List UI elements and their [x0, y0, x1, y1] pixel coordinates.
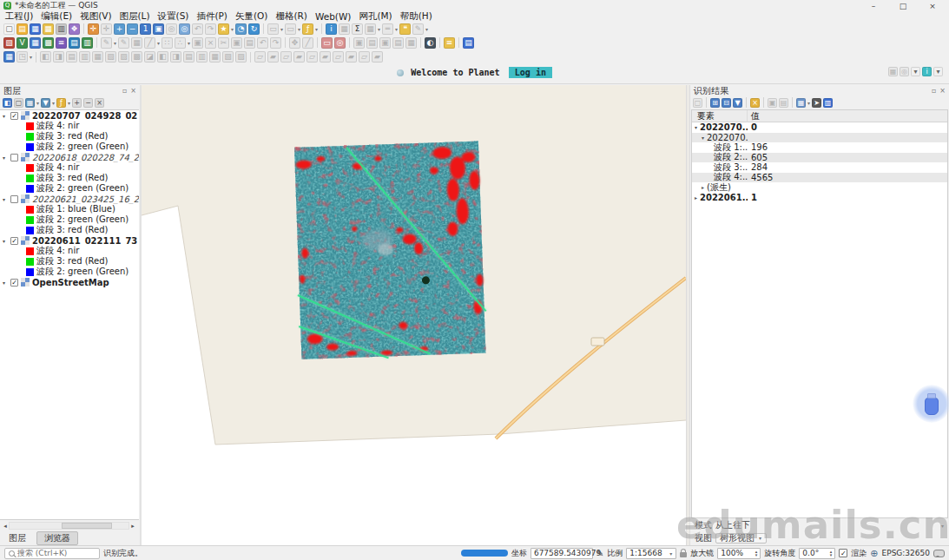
dropdown-arrow-icon[interactable]: ▾	[425, 26, 428, 32]
band-item[interactable]: 波段 3: red (Red)	[0, 225, 139, 235]
rotation-spinner[interactable]: 0.0° ▴▾	[799, 548, 835, 559]
menu-item-5[interactable]: 插件(P)	[196, 10, 227, 23]
collapse-all-icon[interactable]: −	[83, 98, 93, 108]
open-project-icon[interactable]: ▤	[16, 23, 28, 35]
layer-item[interactable]: ▾✓OpenStreetMap	[0, 277, 139, 287]
chevron-down-icon[interactable]: ▾	[933, 67, 943, 76]
layer-checkbox[interactable]	[10, 195, 18, 203]
view-combobox[interactable]: 树形视图 ▾	[715, 533, 767, 544]
dropdown-arrow-icon[interactable]: ▾	[52, 100, 55, 106]
spinner-arrows-icon[interactable]: ▴▾	[755, 550, 758, 557]
minimize-button[interactable]: –	[860, 2, 886, 10]
zoom-full-icon[interactable]: ▣	[153, 23, 164, 35]
dropdown-arrow-icon[interactable]: ▾	[280, 26, 283, 32]
zoom-out-icon[interactable]: −	[127, 23, 138, 35]
style-manager-icon[interactable]: ❖	[69, 23, 80, 35]
menu-item-9[interactable]: 网孔(M)	[359, 10, 392, 23]
chevron-down-icon[interactable]: ▾	[941, 523, 944, 529]
results-view-icon[interactable]: ▥	[823, 98, 833, 108]
identify-row[interactable]: ▾2022070...0	[692, 122, 947, 133]
dropdown-arrow-icon[interactable]: ▾	[114, 40, 116, 46]
search-input[interactable]	[17, 549, 96, 557]
close-panel-icon[interactable]: ×	[130, 87, 136, 95]
login-button[interactable]: Log in	[509, 67, 552, 78]
layer-checkbox[interactable]: ✓	[10, 112, 18, 120]
add-postgis-layer-icon[interactable]: ▤	[69, 37, 80, 49]
layout-manager-icon[interactable]: ▥	[56, 23, 67, 35]
float-panel-icon[interactable]: ▫	[122, 87, 127, 95]
zoom-in-icon[interactable]: +	[114, 23, 125, 35]
remove-layer-icon[interactable]: ×	[95, 98, 104, 108]
menu-item-3[interactable]: 图层(L)	[120, 10, 150, 23]
save-project-as-icon[interactable]: ▦	[43, 23, 54, 35]
add-mesh-layer-icon[interactable]: ▩	[43, 37, 54, 49]
filter-legend-icon[interactable]: ▼	[41, 98, 50, 108]
scale-combobox[interactable]: 1:15668 ▾	[626, 548, 676, 559]
column-feature[interactable]: 要素	[692, 110, 748, 122]
mode-value[interactable]: 从上往下	[715, 519, 750, 531]
metasearch-icon[interactable]: ◐	[425, 37, 436, 49]
map-canvas[interactable]	[142, 85, 686, 545]
mouse-position-icon[interactable]: ✎	[596, 549, 603, 558]
scrollbar-thumb[interactable]	[62, 523, 112, 529]
layer-checkbox[interactable]: ✓	[10, 237, 18, 245]
zoom-native-icon[interactable]: 1	[140, 23, 151, 35]
add-raster-layer-icon[interactable]: ▦	[30, 37, 41, 49]
open-layer-styling-icon[interactable]: ◧	[3, 98, 12, 108]
clear-results-icon[interactable]: ×	[750, 98, 760, 108]
band-item[interactable]: 波段 2: green (Green)	[0, 142, 139, 152]
filter-by-expression-icon[interactable]: ƒ	[56, 98, 66, 108]
planet-info-icon[interactable]: i	[922, 67, 932, 76]
menu-item-2[interactable]: 视图(V)	[80, 10, 111, 23]
expander-icon[interactable]: ▾	[3, 196, 8, 202]
crs-globe-icon[interactable]: ⊕	[870, 548, 878, 559]
refresh-map-icon[interactable]: ↻	[248, 23, 260, 35]
data-source-manager-icon[interactable]: ▧	[3, 37, 15, 49]
tab-layers[interactable]: 图层	[2, 532, 33, 544]
bookmarks-icon[interactable]: ★	[218, 23, 229, 35]
render-checkbox[interactable]: ✓	[839, 549, 847, 557]
coordinate-input[interactable]: 677589.5430979	[531, 548, 593, 559]
new-project-icon[interactable]: ▢	[3, 23, 15, 35]
identify-features-icon[interactable]: i	[326, 23, 337, 35]
save-project-icon[interactable]: ▦	[30, 23, 41, 35]
magnifier-spinner[interactable]: 100% ▴▾	[717, 548, 761, 559]
select-by-expression-icon[interactable]: ƒ	[302, 23, 313, 35]
map-tips-icon[interactable]: ❝	[399, 23, 411, 35]
add-vector-layer-icon[interactable]: V	[16, 37, 28, 49]
menu-item-8[interactable]: Web(W)	[315, 11, 351, 22]
column-value[interactable]: 值	[748, 110, 947, 122]
add-delimited-text-layer-icon[interactable]: ≡	[56, 37, 67, 49]
statusbar-search[interactable]	[4, 548, 100, 559]
dropdown-arrow-icon[interactable]: ▾	[36, 100, 39, 106]
usb-device-icon[interactable]	[913, 385, 949, 423]
horizontal-scrollbar[interactable]: ◂ ▸	[2, 521, 136, 530]
delete-part-icon[interactable]: ▭	[321, 37, 333, 49]
temporal-controller-icon[interactable]: ◔	[235, 23, 247, 35]
expander-icon[interactable]: ▾	[3, 155, 8, 161]
tab-browser[interactable]: 浏览器	[36, 531, 78, 545]
expand-all-icon[interactable]: +	[72, 98, 82, 108]
menu-item-7[interactable]: 栅格(R)	[275, 10, 307, 23]
layer-checkbox[interactable]	[10, 154, 18, 161]
close-button[interactable]: ×	[919, 2, 946, 10]
expander-icon[interactable]: ▾	[3, 280, 8, 286]
scroll-left-icon[interactable]: ◂	[2, 523, 9, 530]
zoom-to-layer-icon[interactable]: ◎	[179, 23, 190, 35]
lock-scale-icon[interactable]	[680, 552, 687, 557]
manage-map-themes-icon[interactable]: ▦	[25, 98, 35, 108]
dropdown-arrow-icon[interactable]: ▾	[231, 26, 234, 32]
expand-new-results-icon[interactable]: ▼	[733, 98, 742, 108]
dropdown-arrow-icon[interactable]: ▾	[807, 100, 810, 106]
scrollbar-track[interactable]	[9, 522, 129, 530]
expand-tree-icon[interactable]: ⊞	[710, 98, 720, 108]
expander-icon[interactable]: ▾	[3, 238, 8, 244]
menu-item-4[interactable]: 设置(S)	[158, 10, 189, 23]
identify-by-click-icon[interactable]: ➤	[812, 98, 821, 108]
menu-item-10[interactable]: 帮助(H)	[400, 10, 432, 23]
add-group-icon[interactable]: ▢	[14, 98, 23, 108]
dropdown-arrow-icon[interactable]: ▾	[315, 26, 318, 32]
close-panel-icon[interactable]: ×	[939, 87, 946, 95]
add-wms-layer-icon[interactable]: ▥	[82, 37, 93, 49]
expander-icon[interactable]: ▾	[3, 113, 8, 119]
